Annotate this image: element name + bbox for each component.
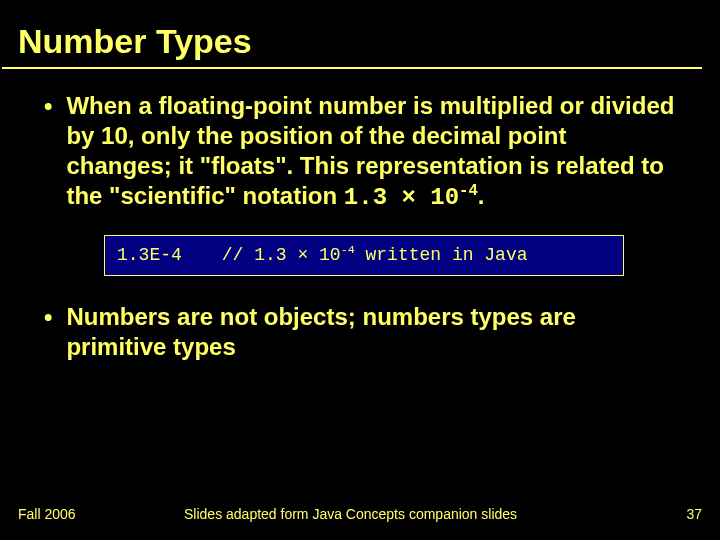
bullet-2: • Numbers are not objects; numbers types… (44, 302, 676, 362)
code-comment: // 1.3 × 10-4 written in Java (222, 244, 528, 267)
code-comment-prefix: // 1.3 × 10 (222, 245, 341, 265)
footer-page-number: 37 (642, 506, 702, 522)
bullet-2-text: Numbers are not objects; numbers types a… (66, 302, 676, 362)
bullet-1-suffix: . (478, 182, 485, 209)
code-comment-suffix: written in Java (355, 245, 528, 265)
footer-center: Slides adapted form Java Concepts compan… (168, 506, 642, 522)
code-literal: 1.3E-4 (117, 244, 182, 267)
code-box: 1.3E-4 // 1.3 × 10-4 written in Java (104, 235, 624, 276)
formula-exp: -4 (459, 182, 478, 200)
bullet-1: • When a floating-point number is multip… (44, 91, 676, 213)
footer: Fall 2006 Slides adapted form Java Conce… (0, 506, 720, 522)
slide-title: Number Types (0, 0, 720, 67)
footer-left: Fall 2006 (18, 506, 168, 522)
formula-base: 1.3 × 10 (344, 184, 459, 211)
slide: Number Types • When a floating-point num… (0, 0, 720, 540)
slide-content: • When a floating-point number is multip… (0, 69, 720, 362)
bullet-dot: • (44, 302, 52, 362)
code-comment-exp: -4 (341, 243, 355, 257)
bullet-dot: • (44, 91, 52, 213)
bullet-1-formula: 1.3 × 10-4 (344, 184, 478, 211)
bullet-1-text: When a floating-point number is multipli… (66, 91, 676, 213)
